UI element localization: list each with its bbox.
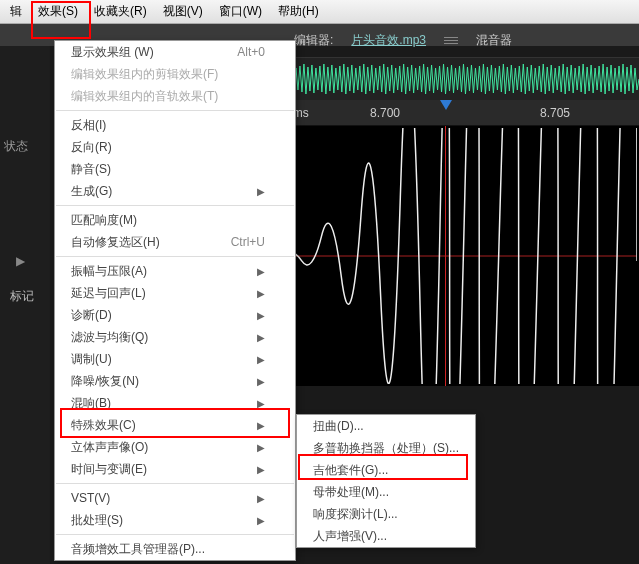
marker-label: 标记 bbox=[10, 288, 34, 305]
special-effects-submenu: 扭曲(D)... 多普勒换挡器（处理）(S)... 吉他套件(G)... 母带处… bbox=[296, 414, 476, 548]
timeline-ruler[interactable]: hms 8.700 8.705 bbox=[280, 100, 639, 126]
mi-distortion[interactable]: 扭曲(D)... bbox=[297, 415, 475, 437]
mi-auto-heal[interactable]: 自动修复选区(H)Ctrl+U bbox=[55, 231, 295, 253]
main-waveform[interactable] bbox=[280, 126, 639, 386]
chevron-right-icon: ▶ bbox=[257, 442, 265, 453]
playhead-icon[interactable] bbox=[440, 100, 452, 110]
mi-show-effect-rack[interactable]: 显示效果组 (W)Alt+0 bbox=[55, 41, 295, 63]
mi-noise-reduction[interactable]: 降噪/恢复(N)▶ bbox=[55, 370, 295, 392]
chevron-right-icon: ▶ bbox=[257, 310, 265, 321]
status-label: 状态 bbox=[0, 134, 50, 159]
effects-menu: 显示效果组 (W)Alt+0 编辑效果组内的剪辑效果(F) 编辑效果组内的音轨效… bbox=[54, 40, 296, 561]
menu-separator bbox=[56, 110, 294, 111]
menu-favorites[interactable]: 收藏夹(R) bbox=[86, 0, 155, 23]
mi-stereo-imagery[interactable]: 立体声声像(O)▶ bbox=[55, 436, 295, 458]
mi-filter-eq[interactable]: 滤波与均衡(Q)▶ bbox=[55, 326, 295, 348]
chevron-right-icon: ▶ bbox=[257, 186, 265, 197]
mi-reverse[interactable]: 反向(R) bbox=[55, 136, 295, 158]
menubar: 辑 效果(S) 收藏夹(R) 视图(V) 窗口(W) 帮助(H) bbox=[0, 0, 639, 24]
menu-separator bbox=[56, 483, 294, 484]
chevron-right-icon: ▶ bbox=[257, 420, 265, 431]
mi-mastering[interactable]: 母带处理(M)... bbox=[297, 481, 475, 503]
mi-vocal-enhancer[interactable]: 人声增强(V)... bbox=[297, 525, 475, 547]
mi-special-effects[interactable]: 特殊效果(C)▶ bbox=[55, 414, 295, 436]
hamburger-icon[interactable] bbox=[444, 35, 458, 46]
mi-guitar-suite[interactable]: 吉他套件(G)... bbox=[297, 459, 475, 481]
menu-view[interactable]: 视图(V) bbox=[155, 0, 211, 23]
menu-edit[interactable]: 辑 bbox=[2, 0, 30, 23]
ruler-tick: 8.700 bbox=[370, 106, 400, 120]
menu-effects[interactable]: 效果(S) bbox=[30, 0, 86, 23]
mi-generate[interactable]: 生成(G)▶ bbox=[55, 180, 295, 202]
mi-match-loudness[interactable]: 匹配响度(M) bbox=[55, 209, 295, 231]
mi-reverb[interactable]: 混响(B)▶ bbox=[55, 392, 295, 414]
playhead-line bbox=[445, 126, 446, 386]
mi-modulation[interactable]: 调制(U)▶ bbox=[55, 348, 295, 370]
menu-separator bbox=[56, 534, 294, 535]
chevron-right-icon: ▶ bbox=[257, 288, 265, 299]
menu-window[interactable]: 窗口(W) bbox=[211, 0, 270, 23]
chevron-right-icon: ▶ bbox=[257, 493, 265, 504]
mi-silence[interactable]: 静音(S) bbox=[55, 158, 295, 180]
mi-batch[interactable]: 批处理(S)▶ bbox=[55, 509, 295, 531]
overview-waveform[interactable] bbox=[280, 58, 639, 100]
mi-edit-track-effects: 编辑效果组内的音轨效果(T) bbox=[55, 85, 295, 107]
mi-plugin-manager[interactable]: 音频增效工具管理器(P)... bbox=[55, 538, 295, 560]
chevron-right-icon: ▶ bbox=[257, 354, 265, 365]
menu-separator bbox=[56, 256, 294, 257]
menu-help[interactable]: 帮助(H) bbox=[270, 0, 327, 23]
ruler-tick: 8.705 bbox=[540, 106, 570, 120]
editor-filename[interactable]: 片头音效.mp3 bbox=[351, 32, 426, 49]
chevron-right-icon: ▶ bbox=[257, 464, 265, 475]
mi-loudness-radar[interactable]: 响度探测计(L)... bbox=[297, 503, 475, 525]
mi-diagnostics[interactable]: 诊断(D)▶ bbox=[55, 304, 295, 326]
left-sidebar: 状态 bbox=[0, 46, 50, 564]
chevron-right-icon: ▶ bbox=[257, 376, 265, 387]
editor-tabbar: 编辑器: 片头音效.mp3 混音器 bbox=[280, 24, 639, 58]
chevron-right-icon: ▶ bbox=[257, 332, 265, 343]
tab-mixer[interactable]: 混音器 bbox=[476, 32, 512, 49]
mi-time-pitch[interactable]: 时间与变调(E)▶ bbox=[55, 458, 295, 480]
chevron-right-icon: ▶ bbox=[257, 515, 265, 526]
mi-delay-echo[interactable]: 延迟与回声(L)▶ bbox=[55, 282, 295, 304]
editor-label: 编辑器: bbox=[294, 32, 333, 49]
play-arrow-icon[interactable]: ▶ bbox=[16, 254, 25, 268]
mi-amplitude[interactable]: 振幅与压限(A)▶ bbox=[55, 260, 295, 282]
chevron-right-icon: ▶ bbox=[257, 266, 265, 277]
chevron-right-icon: ▶ bbox=[257, 398, 265, 409]
mi-doppler[interactable]: 多普勒换挡器（处理）(S)... bbox=[297, 437, 475, 459]
mi-vst[interactable]: VST(V)▶ bbox=[55, 487, 295, 509]
mi-invert[interactable]: 反相(I) bbox=[55, 114, 295, 136]
mi-edit-clip-effects: 编辑效果组内的剪辑效果(F) bbox=[55, 63, 295, 85]
menu-separator bbox=[56, 205, 294, 206]
